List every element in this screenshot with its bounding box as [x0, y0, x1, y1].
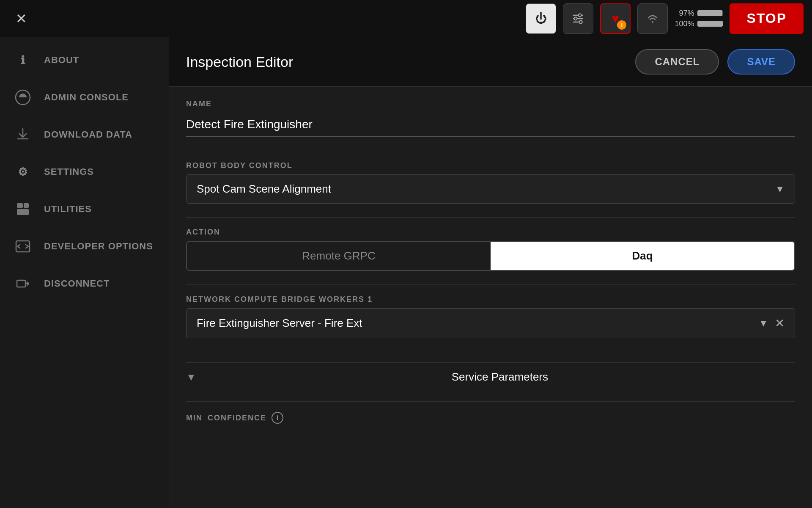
- health-badge: !: [617, 20, 626, 30]
- svg-point-3: [579, 14, 582, 17]
- worker-value: Fire Extinguisher Server - Fire Ext: [197, 317, 362, 330]
- sidebar-item-label-disconnect: DISCONNECT: [44, 278, 110, 289]
- download-icon: [14, 125, 32, 144]
- editor-header: Inspection Editor CANCEL SAVE: [169, 37, 812, 87]
- robot-body-dropdown[interactable]: Spot Cam Scene Alignment ▼: [186, 174, 795, 204]
- sidebar-item-disconnect[interactable]: DISCONNECT: [0, 265, 169, 302]
- worker-close-icon[interactable]: ✕: [775, 316, 785, 330]
- name-label: NAME: [186, 99, 795, 108]
- form-content: NAME Detect Fire Extinguisher ROBOT BODY…: [169, 87, 812, 508]
- divider-2: [186, 217, 795, 218]
- sidebar-item-label-utilities: UTILITIES: [44, 204, 92, 215]
- sidebar-item-label-admin: ADMIN CONSOLE: [44, 92, 129, 103]
- wifi-button[interactable]: [637, 3, 668, 34]
- sidebar-item-about[interactable]: ℹ ABOUT: [0, 41, 169, 79]
- sidebar-item-admin-console[interactable]: ADMIN CONSOLE: [0, 79, 169, 116]
- utilities-icon: [14, 200, 32, 218]
- sidebar-item-label-about: ABOUT: [44, 55, 79, 66]
- robot-body-section: ROBOT BODY CONTROL Spot Cam Scene Alignm…: [186, 161, 795, 204]
- min-confidence-info-icon[interactable]: i: [272, 412, 283, 424]
- top-bar: ✕ ⏻ ♥ ! 97% 100% STOP: [0, 0, 812, 37]
- svg-rect-9: [17, 209, 29, 215]
- worker-field: Fire Extinguisher Server - Fire Ext ▼ ✕: [186, 308, 795, 338]
- main-layout: ℹ ABOUT ADMIN CONSOLE DOWNLOAD DATA ⚙: [0, 37, 812, 508]
- svg-rect-11: [17, 280, 25, 287]
- worker-actions: ▼ ✕: [759, 316, 785, 330]
- action-option-daq[interactable]: Daq: [491, 242, 794, 270]
- action-option-remote-grpc[interactable]: Remote GRPC: [187, 242, 491, 270]
- robot-body-label: ROBOT BODY CONTROL: [186, 161, 795, 170]
- action-toggle: Remote GRPC Daq: [186, 241, 795, 271]
- editor-title: Inspection Editor: [186, 54, 293, 70]
- sidebar-item-utilities[interactable]: UTILITIES: [0, 190, 169, 228]
- divider-4: [186, 352, 795, 352]
- divider-3: [186, 284, 795, 285]
- save-button[interactable]: SAVE: [727, 49, 795, 75]
- min-confidence-section: MIN_CONFIDENCE i: [186, 412, 795, 424]
- close-button[interactable]: ✕: [8, 6, 34, 31]
- power-button[interactable]: ⏻: [526, 3, 556, 34]
- robot-body-value: Spot Cam Scene Alignment: [197, 182, 331, 196]
- stop-button[interactable]: STOP: [730, 3, 804, 34]
- developer-icon: [14, 237, 32, 256]
- svg-point-4: [574, 17, 577, 20]
- service-params-row[interactable]: ▼ Service Parameters: [186, 362, 795, 391]
- svg-point-5: [579, 20, 582, 23]
- sidebar-item-label-developer: DEVELOPER OPTIONS: [44, 241, 153, 252]
- battery-percent-1: 97%: [679, 9, 694, 18]
- header-actions: CANCEL SAVE: [635, 49, 795, 75]
- divider-1: [186, 151, 795, 151]
- action-label: ACTION: [186, 228, 795, 237]
- settings-icon: ⚙: [14, 163, 32, 181]
- sidebar-item-developer-options[interactable]: DEVELOPER OPTIONS: [0, 228, 169, 265]
- name-value[interactable]: Detect Fire Extinguisher: [186, 113, 795, 137]
- sidebar-item-label-settings: SETTINGS: [44, 166, 94, 177]
- network-section: NETWORK COMPUTE BRIDGE WORKERS 1 Fire Ex…: [186, 295, 795, 338]
- battery-info: 97% 100%: [675, 9, 723, 28]
- divider-5: [186, 401, 795, 402]
- name-section: NAME Detect Fire Extinguisher: [186, 99, 795, 137]
- disconnect-icon: [14, 274, 32, 293]
- action-section: ACTION Remote GRPC Daq: [186, 228, 795, 271]
- min-confidence-row: MIN_CONFIDENCE i: [186, 412, 795, 424]
- sidebar-item-label-download: DOWNLOAD DATA: [44, 129, 132, 140]
- battery-percent-2: 100%: [675, 19, 694, 28]
- min-confidence-label: MIN_CONFIDENCE: [186, 414, 266, 422]
- svg-rect-7: [17, 203, 23, 208]
- service-params-label: Service Parameters: [452, 370, 548, 384]
- sliders-button[interactable]: [563, 3, 593, 34]
- svg-rect-8: [24, 203, 29, 208]
- about-icon: ℹ: [14, 51, 32, 69]
- worker-dropdown-icon[interactable]: ▼: [759, 318, 768, 329]
- network-label: NETWORK COMPUTE BRIDGE WORKERS 1: [186, 295, 795, 304]
- sidebar: ℹ ABOUT ADMIN CONSOLE DOWNLOAD DATA ⚙: [0, 37, 169, 508]
- admin-console-icon: [14, 88, 32, 107]
- health-button[interactable]: ♥ !: [600, 3, 631, 34]
- cancel-button[interactable]: CANCEL: [635, 49, 719, 75]
- content-area: Inspection Editor CANCEL SAVE NAME Detec…: [169, 37, 812, 508]
- sidebar-item-download[interactable]: DOWNLOAD DATA: [0, 116, 169, 153]
- chevron-down-icon: ▼: [186, 371, 196, 383]
- robot-body-chevron-icon: ▼: [775, 184, 785, 195]
- sidebar-item-settings[interactable]: ⚙ SETTINGS: [0, 153, 169, 190]
